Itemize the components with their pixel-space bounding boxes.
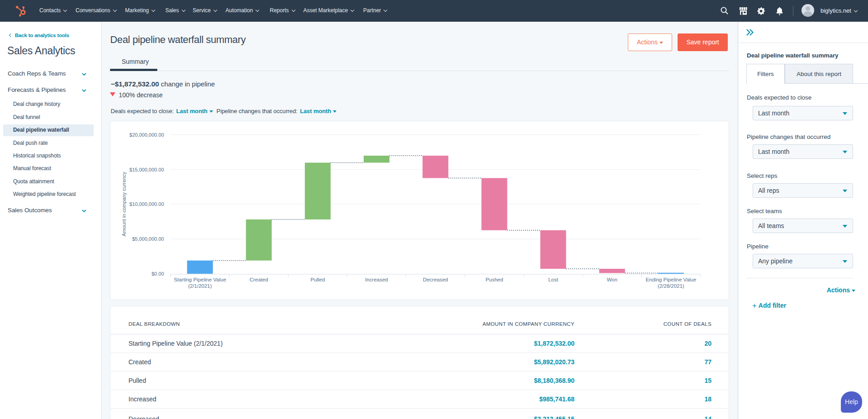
svg-text:Decreased: Decreased xyxy=(423,277,448,282)
svg-text:Lost: Lost xyxy=(548,277,559,282)
svg-text:(2/1/2021): (2/1/2021) xyxy=(188,283,212,289)
svg-text:Pushed: Pushed xyxy=(485,277,503,282)
svg-text:Pulled: Pulled xyxy=(310,277,325,282)
svg-text:$20,000,000.00: $20,000,000.00 xyxy=(129,132,164,138)
svg-text:Won: Won xyxy=(607,277,617,282)
svg-text:Increased: Increased xyxy=(365,277,388,282)
svg-text:Amount in company currency: Amount in company currency xyxy=(121,171,127,236)
svg-text:$10,000,000.00: $10,000,000.00 xyxy=(129,201,164,207)
svg-text:$5,000,000.00: $5,000,000.00 xyxy=(132,236,164,242)
svg-text:Ending Pipeline Value: Ending Pipeline Value xyxy=(645,277,696,282)
svg-text:Created: Created xyxy=(250,277,268,282)
svg-text:Starting Pipeline Value: Starting Pipeline Value xyxy=(174,277,226,282)
svg-text:(2/28/2021): (2/28/2021) xyxy=(658,283,684,289)
svg-text:$0.00: $0.00 xyxy=(152,271,164,276)
svg-text:$15,000,000.00: $15,000,000.00 xyxy=(129,167,164,172)
